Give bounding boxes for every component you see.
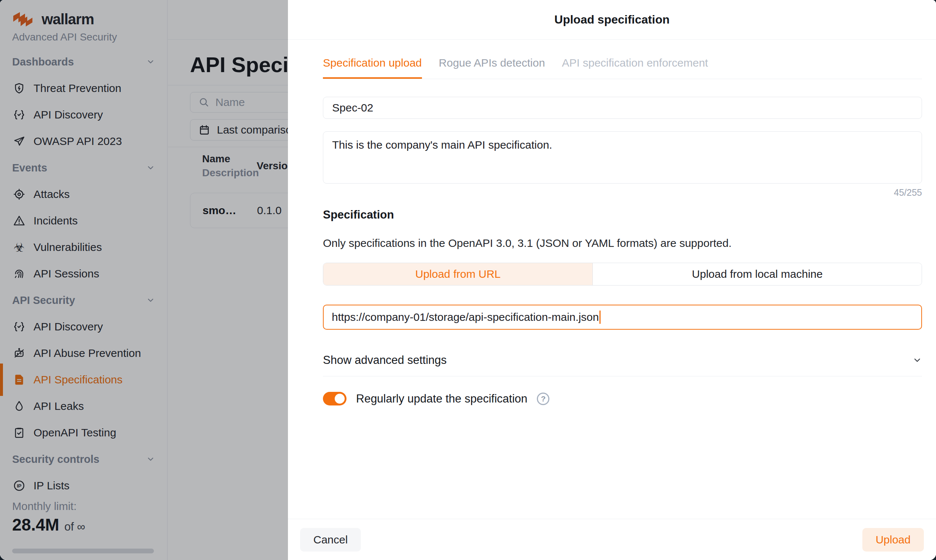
advanced-settings-label: Show advanced settings xyxy=(323,354,447,367)
drawer-footer: Cancel Upload xyxy=(288,519,936,560)
tab-rogue-apis-detection[interactable]: Rogue APIs detection xyxy=(439,57,545,79)
chevron-down-icon xyxy=(913,355,922,365)
char-counter: 45/255 xyxy=(323,187,922,198)
text-caret xyxy=(600,311,601,324)
segment-upload-from-url[interactable]: Upload from URL xyxy=(323,263,592,285)
help-icon[interactable]: ? xyxy=(537,392,549,405)
url-value: https://company-01/storage/api-specifica… xyxy=(332,311,599,323)
app-window: wallarm Advanced API Security Dashboards… xyxy=(0,0,936,560)
segment-upload-from-local-machine[interactable]: Upload from local machine xyxy=(592,263,922,285)
cancel-button[interactable]: Cancel xyxy=(300,528,361,552)
drawer-body: Specification upload Rogue APIs detectio… xyxy=(288,40,936,519)
specification-section-title: Specification xyxy=(323,208,922,222)
show-advanced-settings-toggle[interactable]: Show advanced settings xyxy=(323,349,922,371)
specification-section-hint: Only specifications in the OpenAPI 3.0, … xyxy=(323,237,922,249)
drawer-header: Upload specification xyxy=(288,0,936,40)
upload-source-segmented-control: Upload from URL Upload from local machin… xyxy=(323,263,922,286)
regular-update-row: Regularly update the specification ? xyxy=(323,392,922,405)
spec-name-input[interactable] xyxy=(323,97,922,119)
upload-specification-drawer: Upload specification Specification uploa… xyxy=(288,0,936,560)
regular-update-label: Regularly update the specification xyxy=(356,392,527,405)
drawer-title: Upload specification xyxy=(555,13,670,26)
drawer-tabs: Specification upload Rogue APIs detectio… xyxy=(323,40,922,79)
regular-update-toggle[interactable] xyxy=(323,392,347,405)
tab-specification-upload[interactable]: Specification upload xyxy=(323,57,422,79)
divider xyxy=(323,376,922,376)
tab-api-specification-enforcement[interactable]: API specification enforcement xyxy=(562,57,708,79)
upload-button[interactable]: Upload xyxy=(862,528,924,552)
spec-url-input[interactable]: https://company-01/storage/api-specifica… xyxy=(323,305,922,330)
spec-description-textarea[interactable]: This is the company's main API specifica… xyxy=(323,131,922,184)
